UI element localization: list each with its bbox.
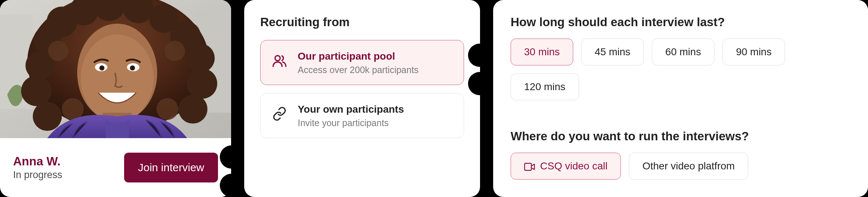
recruiting-card: Recruiting from Our participant pool Acc… — [244, 0, 480, 197]
svg-point-20 — [156, 98, 178, 120]
svg-point-11 — [186, 44, 215, 73]
svg-point-12 — [187, 68, 217, 99]
option-subtitle: Invite your participants — [298, 118, 404, 128]
participant-photo — [0, 0, 231, 138]
platform-options: CSQ video call Other video platfrom — [511, 153, 851, 180]
duration-90[interactable]: 90 mins — [722, 39, 785, 65]
video-icon — [524, 162, 535, 170]
recruiting-title: Recruiting from — [260, 15, 464, 29]
participant-footer: Anna W. In progress Join interview — [0, 138, 231, 197]
platform-label: CSQ video call — [540, 160, 607, 172]
duration-options: 30 mins 45 mins 60 mins 90 mins 120 mins — [511, 39, 851, 100]
participant-status: In progress — [13, 169, 62, 181]
svg-point-25 — [99, 65, 104, 71]
duration-45[interactable]: 45 mins — [581, 39, 644, 65]
platform-title: Where do you want to run the interviews? — [511, 129, 851, 143]
participant-card: Anna W. In progress Join interview — [0, 0, 231, 197]
puzzle-notch — [220, 145, 243, 169]
svg-point-15 — [21, 76, 52, 106]
duration-120[interactable]: 120 mins — [511, 73, 579, 100]
duration-title: How long should each interview last? — [511, 15, 851, 29]
option-our-pool[interactable]: Our participant pool Access over 200k pa… — [260, 40, 464, 85]
svg-point-13 — [178, 95, 207, 124]
svg-point-19 — [62, 98, 84, 120]
option-text: Our participant pool Access over 200k pa… — [298, 50, 419, 75]
option-text: Your own participants Invite your partic… — [298, 103, 404, 128]
platform-other[interactable]: Other video platfrom — [629, 153, 748, 180]
svg-point-17 — [48, 41, 68, 61]
option-own-participants[interactable]: Your own participants Invite your partic… — [260, 93, 464, 138]
svg-point-28 — [275, 56, 280, 61]
puzzle-notch — [468, 72, 491, 95]
option-title: Our participant pool — [298, 50, 419, 63]
option-subtitle: Access over 200k participants — [298, 65, 419, 75]
svg-point-16 — [33, 102, 62, 131]
svg-point-26 — [130, 65, 135, 71]
duration-60[interactable]: 60 mins — [652, 39, 714, 65]
participant-info: Anna W. In progress — [13, 154, 62, 181]
settings-card: How long should each interview last? 30 … — [493, 0, 868, 197]
duration-30[interactable]: 30 mins — [511, 39, 573, 65]
svg-rect-29 — [525, 163, 531, 170]
option-title: Your own participants — [298, 103, 404, 116]
platform-csq[interactable]: CSQ video call — [511, 153, 621, 180]
people-icon — [271, 50, 288, 72]
svg-point-22 — [81, 35, 154, 122]
participant-name: Anna W. — [13, 154, 62, 168]
puzzle-notch — [468, 44, 491, 67]
join-interview-button[interactable]: Join interview — [124, 153, 218, 182]
puzzle-notch — [220, 174, 243, 197]
link-icon — [271, 103, 288, 125]
svg-point-18 — [165, 41, 185, 61]
